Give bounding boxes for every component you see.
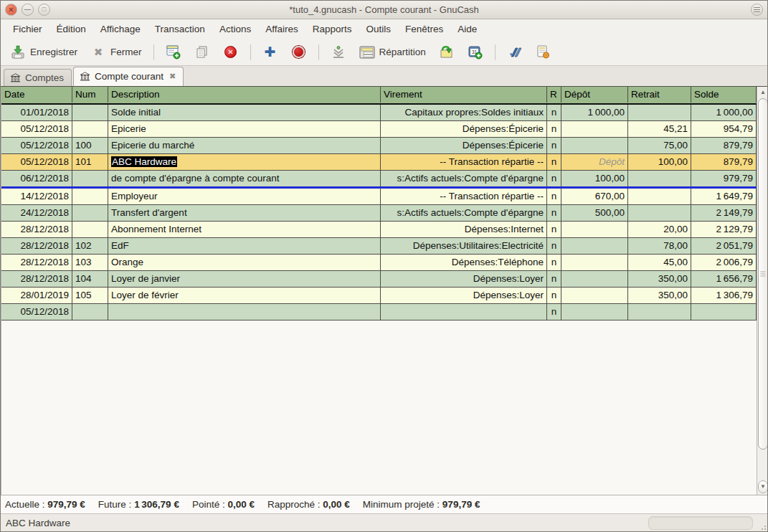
cell-r[interactable]: n	[547, 154, 561, 170]
menu-item-1[interactable]: Édition	[50, 21, 93, 37]
vertical-scrollbar[interactable]: ▲ ▼	[757, 87, 767, 495]
scroll-down-icon[interactable]: ▼	[758, 480, 767, 493]
cell-virement[interactable]: Dépenses:Loyer	[381, 288, 547, 303]
cell-depot[interactable]	[561, 138, 628, 153]
cell-num[interactable]	[72, 105, 108, 120]
menu-item-4[interactable]: Actions	[213, 21, 257, 37]
cell-retrait[interactable]	[628, 304, 691, 320]
cell-date[interactable]: 28/01/2019	[1, 288, 72, 303]
cancel-button[interactable]	[286, 42, 312, 63]
table-row[interactable]: 28/12/2018Abonnement InternetDépenses:In…	[1, 222, 757, 238]
cell-depot[interactable]	[561, 121, 628, 137]
cell-num[interactable]	[72, 222, 108, 237]
delete-button[interactable]: ✕	[218, 42, 244, 63]
cell-date[interactable]: 01/01/2018	[1, 105, 72, 120]
cell-description[interactable]: Abonnement Internet	[108, 222, 381, 237]
window-maximize-button[interactable]: □	[38, 4, 50, 16]
cell-virement[interactable]: Dépenses:Téléphone	[381, 255, 547, 270]
new-transaction-button[interactable]	[161, 42, 186, 63]
cell-description[interactable]: de compte d'épargne à compte courant	[108, 171, 381, 186]
column-header-1[interactable]: Num	[72, 87, 108, 103]
table-row[interactable]: 28/12/2018102EdFDépenses:Utilitaires:Ele…	[1, 238, 757, 255]
cell-num[interactable]	[72, 121, 108, 137]
cell-depot[interactable]	[561, 222, 628, 237]
cell-r[interactable]: n	[547, 189, 561, 204]
cell-date[interactable]: 28/12/2018	[1, 255, 72, 270]
cell-depot[interactable]	[561, 238, 628, 254]
table-row[interactable]: 05/12/2018101ABC Hardware-- Transaction …	[1, 154, 757, 171]
cell-r[interactable]: n	[547, 238, 561, 254]
cell-solde[interactable]: 1 306,79	[691, 288, 757, 303]
column-header-4[interactable]: R	[547, 87, 561, 103]
cell-num[interactable]	[72, 189, 108, 204]
cell-solde[interactable]: 1 656,79	[691, 271, 757, 287]
invoice-button[interactable]	[531, 42, 556, 63]
split-button[interactable]: Répartition	[354, 42, 431, 63]
column-header-3[interactable]: Virement	[381, 87, 547, 103]
cell-retrait[interactable]: 350,00	[628, 288, 691, 303]
table-row[interactable]: 05/12/2018100Epicerie du marchéDépenses:…	[1, 138, 757, 154]
cell-date[interactable]: 06/12/2018	[1, 171, 72, 186]
menu-item-3[interactable]: Transaction	[148, 21, 212, 37]
cell-virement[interactable]: Dépenses:Internet	[381, 222, 547, 237]
schedule-button[interactable]: 31	[463, 42, 488, 63]
cell-description[interactable]: Transfert d'argent	[108, 205, 381, 221]
cell-retrait[interactable]: 20,00	[628, 222, 691, 237]
cell-solde[interactable]: 954,79	[691, 121, 757, 137]
column-header-7[interactable]: Solde	[691, 87, 757, 103]
menu-item-7[interactable]: Outils	[359, 21, 397, 37]
cell-retrait[interactable]: 78,00	[628, 238, 691, 254]
cell-solde[interactable]: 2 051,79	[691, 238, 757, 254]
tab-close-icon[interactable]: ✖	[168, 72, 176, 81]
table-row[interactable]: 24/12/2018Transfert d'argents:Actifs act…	[1, 205, 757, 222]
cell-solde[interactable]: 2 149,79	[691, 205, 757, 221]
cell-num[interactable]	[72, 304, 108, 320]
cell-virement[interactable]: Capitaux propres:Soldes initiaux	[381, 105, 547, 120]
column-header-5[interactable]: Dépôt	[561, 87, 628, 103]
cell-solde[interactable]: 879,79	[691, 138, 757, 153]
cell-r[interactable]: n	[547, 304, 561, 320]
cell-date[interactable]: 28/12/2018	[1, 238, 72, 254]
cell-r[interactable]: n	[547, 121, 561, 137]
cell-virement[interactable]: Dépenses:Épicerie	[381, 121, 547, 137]
cell-retrait[interactable]	[628, 171, 691, 186]
cell-virement[interactable]	[381, 304, 547, 320]
close-button[interactable]: ✖ Fermer	[85, 42, 147, 63]
cell-depot[interactable]	[561, 288, 628, 303]
cell-retrait[interactable]	[628, 189, 691, 204]
menu-item-2[interactable]: Affichage	[94, 21, 147, 37]
cell-depot[interactable]: 100,00	[561, 171, 628, 186]
resize-grip[interactable]	[759, 523, 766, 530]
cell-description[interactable]: Epicerie du marché	[108, 138, 381, 153]
menu-item-0[interactable]: Fichier	[6, 21, 49, 37]
cell-solde[interactable]	[691, 304, 757, 320]
cell-num[interactable]: 104	[72, 271, 108, 287]
table-row[interactable]: 06/12/2018de compte d'épargne à compte c…	[1, 171, 757, 186]
hamburger-menu-icon[interactable]	[751, 4, 763, 16]
window-close-button[interactable]: ✕	[5, 4, 17, 16]
cell-retrait[interactable]: 100,00	[628, 154, 691, 170]
tab-compte-courant[interactable]: Compte courant ✖	[73, 67, 184, 86]
cell-depot[interactable]: 1 000,00	[561, 105, 628, 120]
cell-r[interactable]: n	[547, 288, 561, 303]
menu-item-6[interactable]: Rapports	[306, 21, 359, 37]
menu-item-5[interactable]: Affaires	[259, 21, 305, 37]
cell-depot[interactable]	[561, 271, 628, 287]
cell-r[interactable]: n	[547, 205, 561, 221]
menu-item-8[interactable]: Fenêtres	[399, 21, 450, 37]
column-header-2[interactable]: Description	[108, 87, 381, 103]
cell-virement[interactable]: Dépenses:Épicerie	[381, 138, 547, 153]
table-row[interactable]: 28/12/2018104Loyer de janvierDépenses:Lo…	[1, 271, 757, 288]
cell-date[interactable]: 28/12/2018	[1, 271, 72, 287]
table-row[interactable]: 28/12/2018103OrangeDépenses:Téléphonen45…	[1, 255, 757, 271]
cell-retrait[interactable]: 45,00	[628, 255, 691, 270]
cell-description[interactable]: Employeur	[108, 189, 381, 204]
cell-virement[interactable]: Dépenses:Utilitaires:Electricité	[381, 238, 547, 254]
cell-date[interactable]: 14/12/2018	[1, 189, 72, 204]
cell-virement[interactable]: Dépenses:Loyer	[381, 271, 547, 287]
blank-transaction-button[interactable]	[326, 42, 351, 63]
cell-num[interactable]	[72, 171, 108, 186]
cell-virement[interactable]: s:Actifs actuels:Compte d'épargne	[381, 171, 547, 186]
cell-r[interactable]: n	[547, 222, 561, 237]
cell-description[interactable]: EdF	[108, 238, 381, 254]
